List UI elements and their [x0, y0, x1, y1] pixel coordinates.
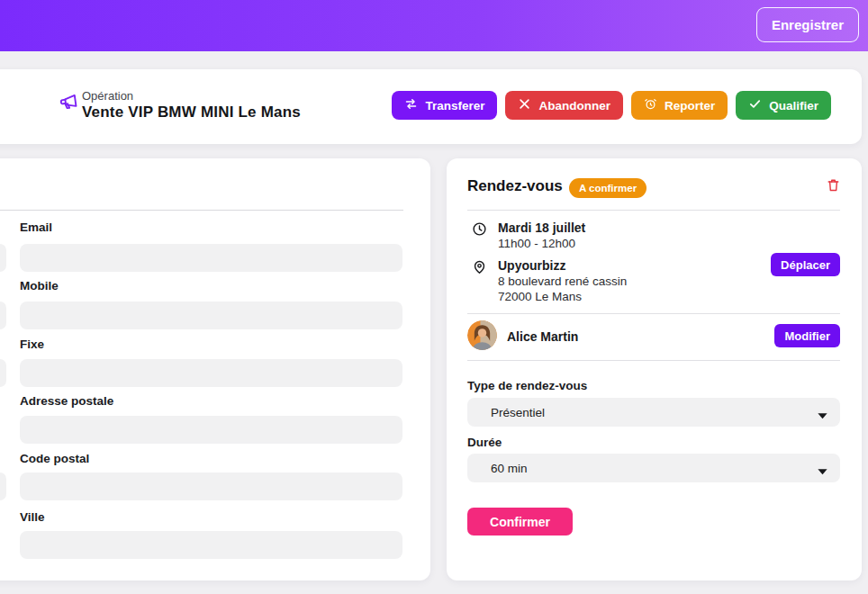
appointment-time: 11h00 - 12h00 [498, 237, 575, 250]
transfer-icon [404, 97, 418, 113]
location-pin-icon [472, 259, 487, 274]
trash-icon [826, 182, 841, 195]
location-name: Upyourbizz [498, 258, 565, 273]
save-button[interactable]: Enregistrer [756, 7, 859, 42]
code-postal-label: Code postal [20, 452, 89, 465]
report-button[interactable]: Reporter [631, 91, 728, 120]
mobile-label: Mobile [20, 279, 59, 292]
cutoff-input-stub [0, 472, 6, 500]
appointment-title: Rendez-vous [467, 177, 563, 195]
appointment-divider-bottom [467, 360, 840, 361]
operation-kicker: Opération [82, 89, 133, 103]
alarm-clock-icon [644, 97, 657, 113]
app-root: Enregistrer Opération Vente VIP BMW MINI… [0, 0, 868, 594]
megaphone-icon [58, 93, 79, 114]
form-header-divider [0, 210, 403, 211]
email-label: Email [20, 220, 52, 234]
fixe-label: Fixe [20, 338, 44, 351]
abandon-label: Abandonner [538, 99, 610, 112]
operation-actions: Transferer Abandonner Reporter [392, 91, 831, 120]
operation-title: Vente VIP BMW MINI Le Mans [82, 104, 301, 122]
type-select-value: Présentiel [491, 406, 545, 419]
abandon-button[interactable]: Abandonner [505, 91, 623, 120]
ville-label: Ville [20, 510, 45, 524]
confirm-appointment-button[interactable]: Confirmer [467, 508, 573, 536]
topbar: Enregistrer [0, 0, 868, 51]
check-icon [748, 97, 762, 113]
status-badge: A confirmer [569, 178, 646, 198]
type-select[interactable]: Présentiel [467, 398, 840, 427]
type-label: Type de rendez-vous [467, 379, 587, 392]
location-city: 72000 Le Mans [498, 290, 582, 303]
appointment-date: Mardi 18 juillet [498, 220, 585, 235]
cutoff-input-stub [0, 244, 6, 272]
email-input[interactable] [20, 244, 402, 272]
duration-select-value: 60 min [491, 462, 528, 475]
cutoff-input-stub [0, 302, 6, 329]
code-postal-input[interactable] [20, 472, 402, 500]
chevron-down-icon [817, 464, 828, 472]
mobile-input[interactable] [20, 302, 402, 329]
location-address: 8 boulevard rené cassin [498, 274, 627, 288]
operation-header-card: Opération Vente VIP BMW MINI Le Mans Tra… [0, 69, 862, 144]
edit-attendee-button[interactable]: Modifier [774, 324, 840, 347]
attendee-name: Alice Martin [507, 329, 578, 344]
transfer-label: Transferer [425, 99, 484, 112]
attendee-avatar [467, 320, 497, 350]
duration-label: Durée [467, 436, 502, 449]
duration-select[interactable]: 60 min [467, 454, 840, 482]
qualify-button[interactable]: Qualifier [736, 91, 831, 120]
ville-input[interactable] [20, 531, 402, 559]
cutoff-input-stub [0, 359, 6, 387]
clock-icon [472, 221, 487, 237]
transfer-button[interactable]: Transferer [392, 91, 497, 120]
move-appointment-button[interactable]: Déplacer [771, 253, 840, 276]
qualify-label: Qualifier [769, 99, 818, 112]
fixe-input[interactable] [20, 359, 402, 387]
chevron-down-icon [817, 408, 828, 417]
appointment-divider-middle [467, 313, 840, 314]
adresse-postale-input[interactable] [20, 416, 402, 444]
contact-form-card: Email Mobile Fixe Adresse postale Code p… [0, 158, 430, 580]
adresse-postale-label: Adresse postale [20, 394, 113, 408]
delete-appointment-button[interactable] [824, 177, 842, 195]
x-icon [518, 97, 531, 113]
report-label: Reporter [665, 99, 715, 112]
appointment-card: Rendez-vous A confirmer Mardi 18 juillet… [447, 158, 862, 580]
appointment-divider-top [467, 210, 840, 211]
